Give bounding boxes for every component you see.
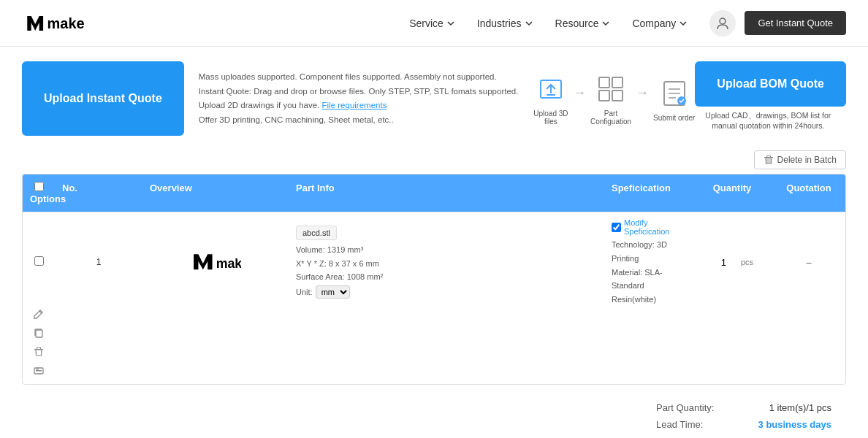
options-column <box>30 307 47 378</box>
svg-rect-6 <box>612 91 623 101</box>
row-qty-cell: pcs <box>692 257 772 268</box>
th-options: Options <box>23 193 55 204</box>
surface: Surface Area: 1008 mm² <box>296 270 597 284</box>
table-row: 1 make abcd.stl Volume: 1319 mm³ X* Y * … <box>23 212 845 383</box>
svg-rect-17 <box>36 368 39 370</box>
upload-instant-quote-button[interactable]: Upload Instant Quote <box>22 61 184 136</box>
row-spec-cell: Modify Speficication Technology: 3D Prin… <box>604 218 692 306</box>
nav-service-label: Service <box>409 18 443 29</box>
step-config: PartConfiguation <box>590 72 631 126</box>
part-thumbnail-image: make <box>190 240 241 284</box>
row-part-info-cell: abcd.stl Volume: 1319 mm³ X* Y * Z: 8 x … <box>289 226 604 299</box>
info-line3: Offer 3D printing, CNC machining, Sheet … <box>199 113 519 128</box>
info-line1: Mass uploades supported. Component files… <box>199 70 519 85</box>
user-avatar[interactable] <box>709 10 736 36</box>
th-quotation: Quotation <box>772 182 845 193</box>
technology: Technology: 3D Printing <box>612 238 685 265</box>
delete-batch-button[interactable]: Delete in Batch <box>754 150 846 169</box>
main-content: Upload Instant Quote Mass uploades suppo… <box>0 47 868 438</box>
part-qty-row: Part Quantity: 1 item(s)/1 pcs <box>656 399 831 416</box>
svg-rect-5 <box>599 91 609 101</box>
batch-row: Delete in Batch <box>22 150 846 169</box>
row-checkbox-cell <box>23 256 55 268</box>
nav-industries[interactable]: Industries <box>477 18 533 29</box>
top-section: Upload Instant Quote Mass uploades suppo… <box>22 61 846 136</box>
th-checkbox <box>23 182 55 193</box>
part-qty-label: Part Quantity: <box>656 402 714 413</box>
step-upload: Upload 3Dfiles <box>533 72 568 126</box>
summary-section: Part Quantity: 1 item(s)/1 pcs Lead Time… <box>22 399 846 438</box>
qty-row: pcs <box>699 257 765 268</box>
parts-table: No. Overview Part Info Speficication Qua… <box>22 174 846 384</box>
nav-links: Service Industries Resource Company <box>409 18 688 29</box>
lead-time-row: Lead Time: 3 business days <box>656 416 831 433</box>
bom-description: Upload CAD、drawings, BOM list for manual… <box>695 107 841 134</box>
nav-company-label: Company <box>632 18 676 29</box>
delete-row-icon[interactable] <box>31 345 46 359</box>
step-config-label: PartConfiguation <box>590 110 631 126</box>
qty-input[interactable] <box>711 257 736 268</box>
th-overview: Overview <box>142 182 289 193</box>
bom-section: Upload BOM Quote Upload CAD、drawings, BO… <box>695 61 846 136</box>
part-details: Volume: 1319 mm³ X* Y * Z: 8 x 37 x 6 mm… <box>296 243 597 299</box>
nav-company[interactable]: Company <box>632 18 688 29</box>
th-part-info: Part Info <box>289 182 604 193</box>
svg-rect-3 <box>599 77 609 88</box>
more-icon[interactable] <box>31 364 46 378</box>
step-submit-label: Submit order <box>653 114 695 122</box>
get-instant-quote-button[interactable]: Get Instant Quote <box>745 11 846 35</box>
svg-point-1 <box>720 18 726 24</box>
row-no-cell: 1 <box>55 257 142 267</box>
table-header: No. Overview Part Info Speficication Qua… <box>23 174 845 212</box>
svg-rect-16 <box>36 370 42 372</box>
svg-rect-4 <box>612 77 623 88</box>
select-all-checkbox[interactable] <box>34 182 44 191</box>
svg-text:make: make <box>47 15 85 31</box>
config-icon <box>593 72 628 107</box>
th-specification: Speficication <box>604 182 692 193</box>
info-text-area: Mass uploades supported. Component files… <box>184 61 533 136</box>
row-no: 1 <box>96 257 102 267</box>
modify-spec-label: Modify Speficication <box>624 218 685 236</box>
row-quotation-cell: – <box>772 257 845 268</box>
modify-spec-checkbox[interactable] <box>612 223 621 232</box>
nav-resource[interactable]: Resource <box>555 18 611 29</box>
unit-select[interactable]: mm cm in <box>316 285 350 299</box>
total-parts-row: Total Price of Parts: – <box>656 433 831 438</box>
nav-service[interactable]: Service <box>409 18 455 29</box>
xyz: X* Y * Z: 8 x 37 x 6 mm <box>296 257 597 271</box>
material: Material: SLA-Standard Resin(white) <box>612 266 685 307</box>
submit-icon <box>657 76 692 111</box>
filename: abcd.stl <box>296 226 337 240</box>
svg-text:make: make <box>216 256 241 271</box>
copy-icon[interactable] <box>31 326 46 340</box>
volume: Volume: 1319 mm³ <box>296 243 597 257</box>
unit-row: Unit: mm cm in <box>296 285 597 299</box>
th-quantity: Quantity <box>692 182 772 193</box>
nav-industries-label: Industries <box>477 18 522 29</box>
th-no: No. <box>55 182 142 193</box>
file-requirements-link[interactable]: File requirements <box>322 101 387 110</box>
nav-resource-label: Resource <box>555 18 599 29</box>
arrow2: → <box>636 85 649 112</box>
lead-time-value: 3 business days <box>758 419 831 430</box>
svg-rect-14 <box>37 347 41 350</box>
total-parts-label: Total Price of Parts: <box>656 436 739 438</box>
lead-time-label: Lead Time: <box>656 419 703 430</box>
modify-spec-row: Modify Speficication <box>612 218 685 236</box>
delete-batch-label: Delete in Batch <box>777 155 837 165</box>
upload-bom-quote-button[interactable]: Upload BOM Quote <box>695 61 846 107</box>
edit-icon[interactable] <box>31 307 46 321</box>
qty-unit: pcs <box>741 258 753 266</box>
row-checkbox[interactable] <box>34 256 44 266</box>
logo[interactable]: make <box>22 10 95 36</box>
row-thumbnail-cell: make <box>142 240 289 284</box>
part-qty-value: 1 item(s)/1 pcs <box>769 402 831 413</box>
info-line2: Instant Quote: Drag and drop or browse f… <box>199 85 519 113</box>
steps-container: Upload 3Dfiles → PartConfiguation → <box>533 61 695 136</box>
summary-box: Part Quantity: 1 item(s)/1 pcs Lead Time… <box>656 399 831 438</box>
navigation: make Service Industries Resource Company… <box>0 0 868 47</box>
upload-icon <box>533 72 568 107</box>
svg-rect-10 <box>766 156 770 158</box>
delete-icon <box>764 155 774 165</box>
